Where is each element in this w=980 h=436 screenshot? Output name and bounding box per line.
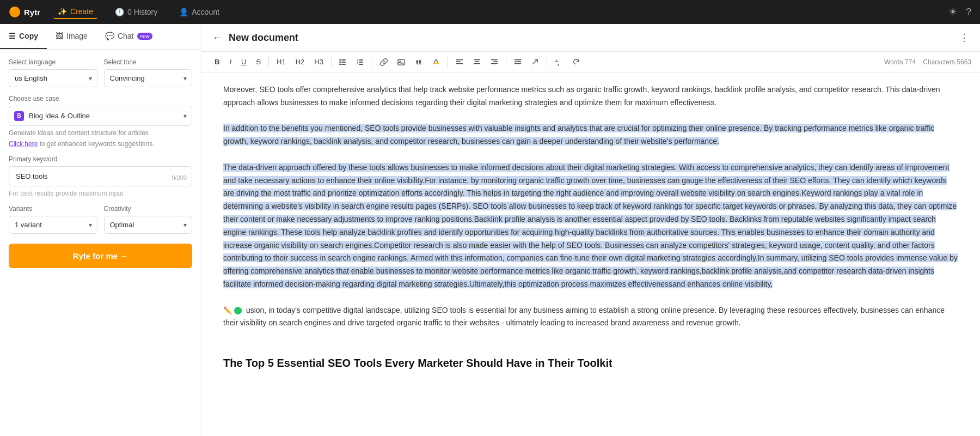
keyword-hint-text: to get enhanced keywords suggestions. <box>40 140 155 148</box>
nav-account[interactable]: 👤 Account <box>175 5 224 19</box>
back-button[interactable]: ← <box>212 32 222 44</box>
use-case-select[interactable]: Blog Idea & Outline <box>9 106 192 126</box>
keyword-suggestion-hint: Click here to get enhanced keywords sugg… <box>9 140 192 148</box>
keyword-hint-link[interactable]: Click here <box>9 140 38 148</box>
editor-header: ← New document ⋮ <box>201 24 980 52</box>
keyword-counter: 9/200 <box>171 174 187 181</box>
svg-rect-16 <box>456 61 461 62</box>
tab-copy[interactable]: ☰ Copy <box>0 24 47 49</box>
help-icon[interactable]: ? <box>966 7 971 18</box>
toolbar-divider-5 <box>506 57 506 68</box>
toolbar-divider-2 <box>331 57 332 68</box>
logo-text: Rytr <box>24 8 40 17</box>
clear-format-button[interactable] <box>527 56 543 69</box>
h2-button[interactable]: H2 <box>291 55 309 69</box>
tab-copy-label: Copy <box>19 32 38 40</box>
align-left-button[interactable] <box>451 56 468 69</box>
svg-rect-15 <box>456 59 463 60</box>
indent-button[interactable] <box>510 56 526 69</box>
svg-rect-19 <box>475 61 479 62</box>
keyword-input-wrapper: SEO tools 9/200 <box>9 166 192 186</box>
tab-image-label: Image <box>66 32 88 40</box>
keyword-hint2: For best results provide maximum input <box>9 190 192 197</box>
h1-button[interactable]: H1 <box>272 55 290 69</box>
creativity-group: Creativity Optimal <box>104 205 193 234</box>
ordered-list-button[interactable]: 123 <box>352 56 369 69</box>
language-label: Select language <box>9 58 97 66</box>
svg-rect-0 <box>341 59 346 60</box>
language-select[interactable]: us English <box>9 69 97 87</box>
use-case-section: Choose use case B Blog Idea & Outline ▾ … <box>9 95 192 148</box>
theme-icon[interactable]: ☀ <box>948 6 957 18</box>
quote-button[interactable] <box>411 56 427 69</box>
svg-point-3 <box>339 59 341 60</box>
bold-button[interactable]: B <box>210 55 224 69</box>
link-button[interactable] <box>376 56 392 69</box>
underline-button[interactable]: U <box>237 55 250 69</box>
strikethrough-button[interactable]: S <box>252 55 265 69</box>
selected-block-2: The data-driven approach offered by thes… <box>223 163 958 288</box>
lang-tone-row: Select language us English Select tone C… <box>9 58 192 87</box>
image-insert-button[interactable] <box>393 56 409 69</box>
history-icon: 🕐 <box>115 8 124 16</box>
tone-select[interactable]: Convincing <box>104 69 193 87</box>
unordered-list-button[interactable] <box>335 56 351 69</box>
undo-button[interactable] <box>550 56 567 69</box>
creativity-select-wrapper: Optimal <box>104 216 193 234</box>
more-options-button[interactable]: ⋮ <box>959 32 969 44</box>
nav-create[interactable]: ✨ Create <box>53 5 97 19</box>
svg-rect-17 <box>456 63 463 64</box>
content-selected-block-1: In addition to the benefits you mentione… <box>223 122 958 148</box>
word-count-display: Words 774 Characters 5663 <box>884 58 971 66</box>
account-icon: 👤 <box>179 8 188 16</box>
toolbar-divider-4 <box>448 57 448 68</box>
variants-select[interactable]: 1 variant <box>9 216 97 234</box>
word-count-label: Words <box>884 58 903 66</box>
editor-content[interactable]: Moreover, SEO tools offer comprehensive … <box>201 72 980 436</box>
svg-point-5 <box>339 63 341 65</box>
nav-account-label: Account <box>192 8 219 16</box>
keyword-label: Primary keyword <box>9 155 192 163</box>
svg-rect-8 <box>359 64 363 65</box>
tab-chat[interactable]: 💬 Chat new <box>96 24 161 49</box>
ryte-button[interactable]: Ryte for me → <box>9 244 192 268</box>
app-logo[interactable]: 🟠 Rytr <box>9 6 40 18</box>
svg-rect-2 <box>341 64 346 65</box>
use-case-chevron-icon: ▾ <box>183 112 187 120</box>
h3-button[interactable]: H3 <box>310 55 328 69</box>
word-count-number: 774 <box>905 58 916 66</box>
italic-button[interactable]: I <box>225 55 236 69</box>
content-ai-paragraph: ✏️ usion, in today's competitive digital… <box>223 304 958 330</box>
keyword-input[interactable]: SEO tools <box>9 166 192 186</box>
language-select-wrapper: us English <box>9 69 97 87</box>
tone-group: Select tone Convincing <box>104 58 193 87</box>
variants-label: Variants <box>9 205 97 213</box>
creativity-select[interactable]: Optimal <box>104 216 193 234</box>
align-center-button[interactable] <box>469 56 485 69</box>
redo-button[interactable] <box>568 56 584 69</box>
tone-label: Select tone <box>104 58 193 66</box>
toolbar-divider-6 <box>547 57 547 68</box>
align-right-button[interactable] <box>486 56 503 69</box>
creativity-label: Creativity <box>104 205 193 213</box>
svg-rect-25 <box>516 61 521 62</box>
nav-history-label: 0 History <box>127 8 157 16</box>
document-title: New document <box>229 32 953 44</box>
variants-creativity-row: Variants 1 variant Creativity Optimal <box>9 205 192 234</box>
nav-right-icons: ☀ ? <box>948 6 971 18</box>
sidebar-tabs: ☰ Copy 🖼 Image 💬 Chat new <box>0 24 201 50</box>
chat-tab-icon: 💬 <box>105 32 114 40</box>
svg-rect-7 <box>359 62 363 63</box>
svg-rect-6 <box>359 59 363 60</box>
use-case-hint: Generate ideas and content structure for… <box>9 129 192 137</box>
nav-history[interactable]: 🕐 0 History <box>111 5 162 19</box>
svg-rect-24 <box>514 59 521 60</box>
toolbar-divider-3 <box>372 57 372 68</box>
tab-image[interactable]: 🖼 Image <box>47 24 96 49</box>
sidebar: ☰ Copy 🖼 Image 💬 Chat new Select languag… <box>0 24 201 436</box>
highlight-button[interactable] <box>428 56 444 69</box>
svg-point-4 <box>339 61 341 63</box>
use-case-select-wrapper: B Blog Idea & Outline ▾ <box>9 106 192 126</box>
tab-chat-label: Chat <box>118 32 134 40</box>
content-paragraph-1: Moreover, SEO tools offer comprehensive … <box>223 83 958 110</box>
